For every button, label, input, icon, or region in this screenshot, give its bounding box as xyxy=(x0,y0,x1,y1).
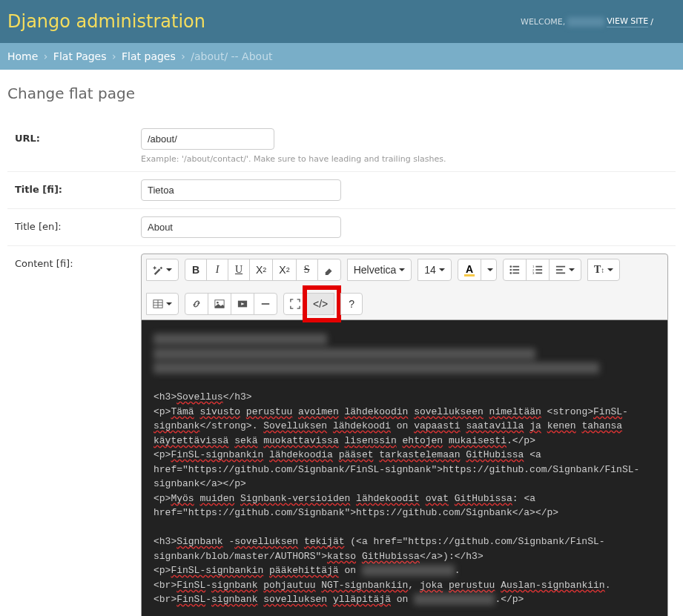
title-en-label: Title [en]: xyxy=(15,216,133,232)
underline-button[interactable]: U xyxy=(228,259,250,281)
codeview-button[interactable]: </> xyxy=(306,293,334,315)
fontcolor-icon: A xyxy=(464,264,475,276)
breadcrumb-current: /about/ -- About xyxy=(191,50,272,62)
breadcrumb-sep: › xyxy=(181,50,185,62)
lineheight-dropdown[interactable]: T↕ xyxy=(587,259,620,281)
align-icon xyxy=(555,265,566,275)
view-site-link[interactable]: VIEW SITE xyxy=(607,16,648,27)
svg-rect-9 xyxy=(535,269,542,271)
wysiwyg-editor: B I U X2 X2 S Helvetica 14 A xyxy=(141,254,668,616)
fontname-dropdown[interactable]: Helvetica xyxy=(347,259,412,281)
table-icon xyxy=(153,299,163,309)
magic-button[interactable] xyxy=(146,259,179,281)
magic-icon xyxy=(153,265,163,275)
hr-button[interactable] xyxy=(254,293,277,315)
url-input[interactable] xyxy=(141,128,274,150)
eraser-icon xyxy=(324,265,334,275)
svg-point-2 xyxy=(509,269,512,271)
breadcrumb-app[interactable]: Flat Pages xyxy=(53,50,107,62)
strikethrough-button[interactable]: S xyxy=(296,259,318,281)
row-url: URL: Example: '/about/contact/'. Make su… xyxy=(7,121,676,172)
unordered-list-button[interactable] xyxy=(503,259,527,281)
user-tools: WELCOME, xxxx VIEW SITE / xyxy=(521,16,653,27)
site-title: Django administration xyxy=(7,11,205,32)
username-redacted: xxxx xyxy=(567,17,604,27)
link-icon xyxy=(191,299,202,309)
fullscreen-button[interactable] xyxy=(283,293,307,315)
page-title: Change flat page xyxy=(7,85,676,102)
link-button[interactable] xyxy=(185,293,208,315)
separator: / xyxy=(650,17,653,27)
row-content-fi: Content [fi]: B I U X2 X2 S Helvetica xyxy=(7,246,676,616)
svg-rect-14 xyxy=(556,273,565,274)
video-icon xyxy=(237,299,248,309)
svg-rect-5 xyxy=(512,273,519,274)
fontcolor-button[interactable]: A xyxy=(458,259,481,281)
codeview-textarea[interactable]: xxxxxxxxxxxxxxxxxxxxxxxxxxxxxx xxxxxxxxx… xyxy=(141,320,668,616)
title-en-input[interactable] xyxy=(141,216,341,238)
row-title-fi: Title [fi]: xyxy=(7,172,676,209)
superscript-button[interactable]: X2 xyxy=(249,259,273,281)
subscript-button[interactable]: X2 xyxy=(272,259,296,281)
url-label: URL: xyxy=(15,128,133,144)
help-button[interactable]: ? xyxy=(340,293,363,315)
fullscreen-icon xyxy=(290,299,300,309)
ul-icon xyxy=(509,265,520,275)
svg-text:3: 3 xyxy=(532,271,535,275)
url-help: Example: '/about/contact/'. Make sure to… xyxy=(141,154,668,164)
breadcrumbs: Home › Flat Pages › Flat pages › /about/… xyxy=(0,43,683,70)
paragraph-dropdown[interactable] xyxy=(549,259,581,281)
svg-rect-3 xyxy=(512,269,519,271)
svg-rect-7 xyxy=(535,266,542,268)
breadcrumb-sep: › xyxy=(44,50,48,62)
welcome-label: WELCOME, xyxy=(521,17,565,27)
row-title-en: Title [en]: xyxy=(7,209,676,246)
bold-button[interactable]: B xyxy=(185,259,207,281)
fontsize-label: 14 xyxy=(424,264,436,276)
fontcolor-dropdown[interactable] xyxy=(481,259,497,281)
editor-toolbar: B I U X2 X2 S Helvetica 14 A xyxy=(141,254,668,320)
video-button[interactable] xyxy=(231,293,254,315)
svg-point-20 xyxy=(217,302,219,304)
title-fi-input[interactable] xyxy=(141,179,341,201)
breadcrumb-model[interactable]: Flat pages xyxy=(122,50,176,62)
header: Django administration WELCOME, xxxx VIEW… xyxy=(0,0,683,43)
ordered-list-button[interactable]: 123 xyxy=(526,259,550,281)
picture-icon xyxy=(214,299,225,309)
minus-icon xyxy=(260,299,271,309)
svg-rect-13 xyxy=(556,269,563,271)
fontsize-dropdown[interactable]: 14 xyxy=(418,259,452,281)
content: Change flat page URL: Example: '/about/c… xyxy=(0,70,683,616)
svg-rect-11 xyxy=(535,273,542,274)
fontname-label: Helvetica xyxy=(354,264,397,276)
content-fi-label: Content [fi]: xyxy=(15,254,133,269)
svg-rect-1 xyxy=(512,266,519,268)
svg-rect-23 xyxy=(262,303,270,305)
breadcrumb-home[interactable]: Home xyxy=(7,50,38,62)
svg-point-4 xyxy=(509,272,512,274)
title-fi-label: Title [fi]: xyxy=(15,179,133,195)
picture-button[interactable] xyxy=(208,293,231,315)
svg-point-0 xyxy=(509,265,512,268)
breadcrumb-sep: › xyxy=(112,50,116,62)
table-dropdown[interactable] xyxy=(146,293,179,315)
italic-button[interactable]: I xyxy=(206,259,228,281)
svg-rect-12 xyxy=(556,266,565,268)
eraser-button[interactable] xyxy=(317,259,341,281)
ol-icon: 123 xyxy=(532,265,543,275)
